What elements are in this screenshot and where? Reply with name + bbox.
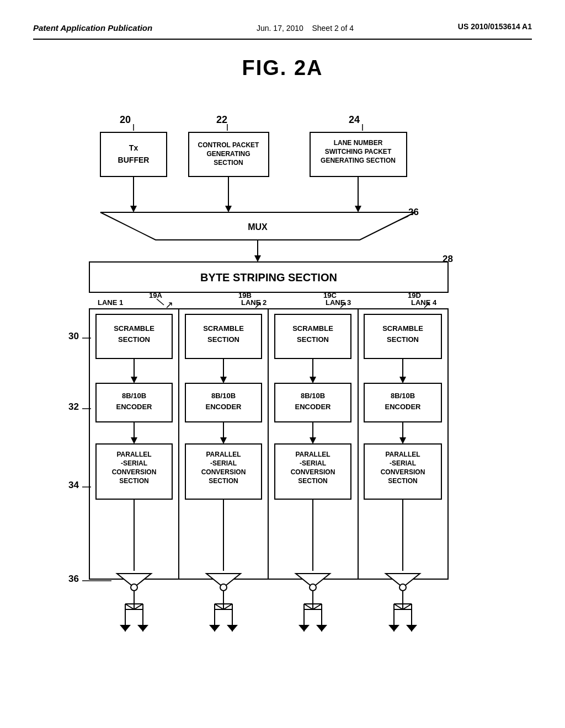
scramble-label4-2: SECTION xyxy=(387,335,419,344)
arrowhead-tx xyxy=(130,206,137,212)
scramble-label3-2: SECTION xyxy=(297,335,329,344)
ref-19C: 19C xyxy=(323,291,337,299)
lane-number-label2: SWITCHING PACKET xyxy=(325,148,392,156)
ref-34: 34 xyxy=(68,480,79,490)
encoder-label2-2: ENCODER xyxy=(205,403,242,411)
pconv-label1-2: -SERIAL xyxy=(121,459,147,467)
pconv-label4-3: CONVERSION xyxy=(381,468,425,476)
pconv-label2-2: -SERIAL xyxy=(210,459,237,467)
mux-label: MUX xyxy=(248,222,268,232)
svg-line-56 xyxy=(394,604,403,609)
ref-36: 36 xyxy=(68,574,79,584)
pconv-label1-4: SECTION xyxy=(119,477,148,485)
tx-buffer-label: Tx xyxy=(129,143,138,152)
scramble-label2-2: SECTION xyxy=(207,335,239,344)
pconv-label4-1: PARALLEL xyxy=(385,451,420,458)
out-arrow2b xyxy=(227,625,238,631)
ref-32: 32 xyxy=(68,402,79,412)
pconv-label1-3: CONVERSION xyxy=(112,468,157,476)
ref-19D: 19D xyxy=(408,291,421,299)
svg-line-42 xyxy=(215,604,223,609)
control-packet-label3: SECTION xyxy=(214,159,243,167)
encoder-label2-1: 8B/10B xyxy=(211,392,236,400)
output-dot-1 xyxy=(131,584,137,591)
header-publication-label: Patent Application Publication xyxy=(33,22,152,34)
ref-20: 20 xyxy=(120,114,131,125)
svg-line-50 xyxy=(313,604,322,609)
ref-30: 30 xyxy=(68,331,79,341)
encoder-label4-1: 8B/10B xyxy=(391,392,415,400)
header-date: Jun. 17, 2010 xyxy=(257,24,303,33)
pconv-label2-1: PARALLEL xyxy=(206,451,241,458)
pconv-label3-2: -SERIAL xyxy=(300,459,326,467)
encoder-label3-2: ENCODER xyxy=(295,403,331,411)
out-arrow3b xyxy=(316,625,327,631)
out-arrow1a xyxy=(120,625,131,631)
pconv-label3-1: PARALLEL xyxy=(295,451,330,458)
out-arrow4b xyxy=(406,625,417,631)
lane1-label: LANE 1 xyxy=(98,298,123,307)
out-arrow1b xyxy=(137,625,148,631)
page-header: Patent Application Publication Jun. 17, … xyxy=(33,22,532,40)
pconv-label3-3: CONVERSION xyxy=(291,468,335,476)
tx-buffer-box xyxy=(100,132,167,176)
pconv-label4-4: SECTION xyxy=(388,477,417,485)
svg-line-49 xyxy=(304,604,313,609)
output-dot-3 xyxy=(310,584,316,591)
encoder-label1-1: 8B/10B xyxy=(122,392,146,400)
pconv-label4-2: -SERIAL xyxy=(390,459,416,467)
ref-19B: 19B xyxy=(238,291,252,299)
scramble-label1-2: SECTION xyxy=(118,335,150,344)
svg-line-36 xyxy=(134,604,143,609)
ref-24: 24 xyxy=(349,114,360,125)
header-patent-number: US 2010/0153614 A1 xyxy=(458,22,532,31)
arrowhead-mux xyxy=(254,255,261,262)
lane-number-label1: LANE NUMBER xyxy=(334,139,383,147)
ref-19A: 19A xyxy=(149,291,162,299)
control-packet-label2: GENERATING xyxy=(206,150,250,158)
out-arrow2a xyxy=(209,625,220,631)
lane-number-label3: GENERATING SECTION xyxy=(321,157,396,164)
pconv-label3-4: SECTION xyxy=(298,477,327,485)
scramble-label1-1: SCRAMBLE xyxy=(114,324,154,333)
output-dot-4 xyxy=(399,584,406,591)
pconv-label2-3: CONVERSION xyxy=(201,468,246,476)
out-arrow4a xyxy=(388,625,399,631)
encoder-label3-1: 8B/10B xyxy=(301,392,325,400)
figure-title: FIG. 2A xyxy=(33,56,532,80)
scramble-label3-1: SCRAMBLE xyxy=(292,324,333,333)
tx-buffer-label2: BUFFER xyxy=(118,156,150,164)
encoder-label4-2: ENCODER xyxy=(385,403,421,411)
svg-line-5 xyxy=(157,299,164,305)
scramble-label2-1: SCRAMBLE xyxy=(203,324,244,333)
byte-striping-label: BYTE STRIPING SECTION xyxy=(200,271,337,283)
output-dot-2 xyxy=(220,584,227,591)
header-date-sheet: Jun. 17, 2010 Sheet 2 of 4 xyxy=(257,22,354,34)
pconv-label2-4: SECTION xyxy=(209,477,238,485)
circuit-diagram: 20 22 24 Tx BUFFER CONTROL PACKET GENERA… xyxy=(56,102,509,643)
pconv-label1-1: PARALLEL xyxy=(116,451,151,458)
svg-line-43 xyxy=(223,604,232,609)
out-arrow3a xyxy=(299,625,310,631)
arrowhead-lane xyxy=(355,206,361,212)
control-packet-label1: CONTROL PACKET xyxy=(198,141,260,149)
scramble-label4-1: SCRAMBLE xyxy=(382,324,423,333)
header-sheet: Sheet 2 of 4 xyxy=(312,24,354,33)
encoder-label1-2: ENCODER xyxy=(116,403,152,411)
ref-22: 22 xyxy=(216,114,227,125)
arrowhead-control xyxy=(225,206,232,212)
svg-line-57 xyxy=(403,604,412,609)
svg-line-35 xyxy=(125,604,134,609)
